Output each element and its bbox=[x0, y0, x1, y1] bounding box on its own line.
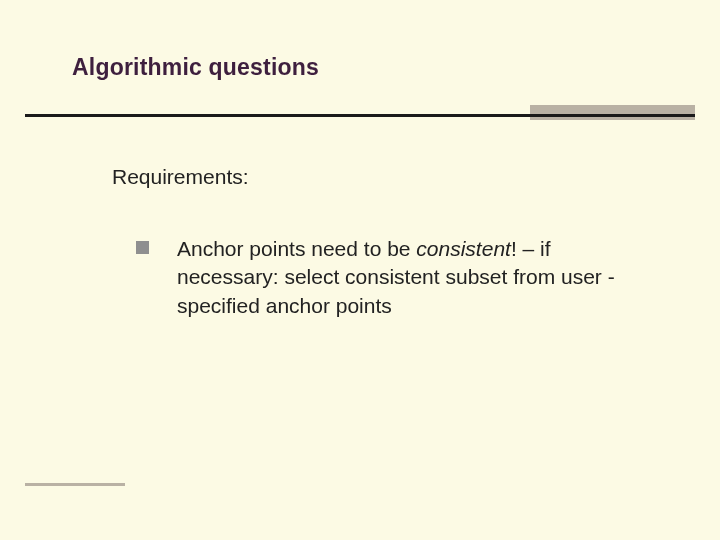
list-item: Anchor points need to be consistent! – i… bbox=[112, 235, 622, 320]
bullet-text-em: consistent bbox=[416, 237, 511, 260]
requirements-heading: Requirements: bbox=[112, 165, 622, 189]
footer-accent-bar bbox=[25, 483, 125, 486]
body-area: Requirements: Anchor points need to be c… bbox=[112, 165, 622, 320]
slide: Algorithmic questions Requirements: Anch… bbox=[0, 0, 720, 540]
title-accent-bar bbox=[530, 105, 695, 120]
slide-title: Algorithmic questions bbox=[72, 54, 319, 81]
square-bullet-icon bbox=[136, 241, 149, 254]
title-underline bbox=[25, 114, 695, 117]
bullet-text-pre: Anchor points need to be bbox=[177, 237, 416, 260]
bullet-text: Anchor points need to be consistent! – i… bbox=[177, 235, 622, 320]
